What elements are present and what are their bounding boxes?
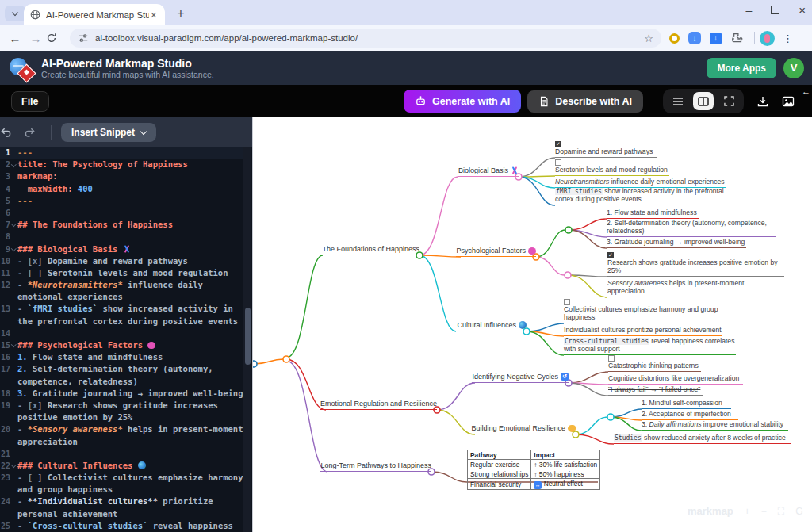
map-leaf-node[interactable]: Neurotransmitters influence daily emotio…	[555, 178, 726, 188]
map-leaf-node[interactable]: ✓Research shows gratitude increases posi…	[607, 252, 784, 277]
map-leaf-node[interactable]: "I always fail" → "I failed once"	[608, 386, 703, 396]
fold-chevron-icon[interactable]	[10, 224, 17, 226]
map-leaf-node[interactable]: Collectivist cultures emphasize harmony …	[564, 299, 736, 323]
map-branch-node[interactable]: Psychological Factors	[456, 247, 536, 257]
code-line[interactable]: 11- [ ] Serotonin levels and mood regula…	[0, 267, 243, 279]
collapse-panel-arrow[interactable]: ←	[802, 86, 810, 96]
split-view-button[interactable]	[693, 92, 714, 110]
extension-download-icon[interactable]: ↓	[688, 32, 701, 44]
map-branch-node[interactable]: The Foundations of Happiness	[322, 245, 419, 255]
code-line[interactable]: 183. Gratitude journaling → improved wel…	[0, 388, 243, 400]
code-line[interactable]: 15### Psychological Factors	[0, 339, 243, 351]
code-line[interactable]: appreciation	[0, 436, 243, 448]
code-line[interactable]: 5---	[0, 195, 243, 207]
fold-chevron-icon[interactable]	[10, 465, 17, 467]
code-line[interactable]: 13- `fMRI studies` show increased activi…	[0, 303, 243, 315]
map-leaf-node[interactable]: Sensory awareness helps in present-momen…	[607, 280, 784, 297]
pathway-impact-table[interactable]: PathwayImpactRegular exercise↑ 30% life …	[467, 450, 600, 490]
map-branch-node[interactable]: Cultural Influences	[457, 321, 527, 331]
checkbox-unchecked-icon[interactable]	[564, 299, 570, 305]
zoom-out-button[interactable]: −	[761, 506, 767, 517]
map-leaf-node[interactable]: 1. Flow state and mindfulness	[607, 209, 699, 219]
map-leaf-node[interactable]: fMRI studies show increased activity in …	[555, 188, 728, 205]
map-branch-node[interactable]: Building Emotional Resilience	[471, 424, 576, 434]
map-leaf-node[interactable]: 3. Gratitude journaling → improved well-…	[607, 239, 746, 248]
window-close-button[interactable]: ×	[799, 3, 806, 17]
address-bar[interactable]: ai-toolbox.visual-paradigm.com/app/ai-po…	[70, 29, 661, 48]
code-line[interactable]: and group happiness	[0, 484, 243, 496]
window-minimize-button[interactable]: –	[745, 4, 752, 17]
code-line[interactable]: 9### Biological Basis	[0, 243, 243, 255]
map-node-circle[interactable]	[253, 361, 257, 367]
code-line[interactable]: emotional experiences	[0, 291, 243, 303]
code-line[interactable]: positive emotion by 25%	[0, 411, 243, 423]
code-line[interactable]: 22### Cultural Influences	[0, 460, 243, 472]
code-line[interactable]: 19- [x] Research shows gratitude increas…	[0, 400, 243, 411]
browser-tab[interactable]: AI-Powered Markmap Studio ×	[24, 4, 165, 25]
map-leaf-node[interactable]: ✓Dopamine and reward pathways	[555, 141, 657, 158]
undo-button[interactable]	[0, 127, 24, 137]
bookmark-star-icon[interactable]: ☆	[644, 33, 653, 44]
map-leaf-node[interactable]: 2. Acceptance of imperfection	[642, 411, 738, 420]
code-line[interactable]: 1---	[0, 147, 243, 159]
code-line[interactable]: 7## The Foundations of Happiness	[0, 219, 243, 231]
map-leaf-node[interactable]: Catastrophic thinking patterns	[608, 355, 701, 372]
code-line[interactable]: 6	[0, 207, 243, 219]
code-line[interactable]: 161. Flow state and mindfulness	[0, 351, 243, 363]
extension-save-icon[interactable]: ↓	[710, 33, 722, 44]
code-line[interactable]: 25- `Cross-cultural studies` reveal happ…	[0, 520, 243, 532]
map-node-circle[interactable]	[283, 356, 289, 362]
map-leaf-node[interactable]: Studies show reduced anxiety after 8 wee…	[614, 434, 791, 444]
zoom-in-button[interactable]: +	[745, 506, 750, 517]
file-menu-button[interactable]: File	[11, 91, 49, 112]
map-leaf-node[interactable]: Cross-cultural studies reveal happiness …	[564, 338, 736, 355]
tab-search-button[interactable]	[5, 6, 25, 21]
code-editor[interactable]: 1---2title: The Psychology of Happiness3…	[0, 147, 243, 532]
browser-menu-icon[interactable]: ⋮	[783, 33, 793, 44]
checkbox-checked-icon[interactable]: ✓	[555, 141, 561, 147]
fold-chevron-icon[interactable]	[10, 344, 17, 346]
code-line[interactable]: personal achievement	[0, 508, 243, 520]
brand-g-button[interactable]: G	[795, 506, 802, 517]
fold-chevron-icon[interactable]	[10, 248, 17, 251]
insert-snippet-button[interactable]: Insert Snippet	[61, 123, 156, 142]
checkbox-unchecked-icon[interactable]	[608, 355, 615, 362]
reload-button[interactable]	[46, 33, 67, 44]
map-leaf-node[interactable]: Cognitive distortions like overgeneraliz…	[608, 375, 743, 385]
back-button[interactable]: ←	[5, 32, 25, 45]
code-line[interactable]: 12- *Neurotransmitters* influence daily	[0, 279, 243, 291]
editor-scrollbar-thumb[interactable]	[245, 308, 251, 365]
map-leaf-node[interactable]: Serotonin levels and mood regulation	[555, 159, 669, 176]
map-branch-node[interactable]: Long-Term Pathways to Happiness	[320, 461, 431, 472]
map-leaf-node[interactable]: 2. Self-determination theory (autonomy, …	[607, 220, 776, 237]
export-image-button[interactable]	[782, 95, 795, 108]
map-leaf-node[interactable]: 3. Daily affirmations improve emotional …	[642, 421, 788, 431]
code-line[interactable]: 20- *Sensory awareness* helps in present…	[0, 423, 243, 435]
code-line[interactable]: 2title: The Psychology of Happiness	[0, 159, 243, 170]
code-line[interactable]: 14	[0, 327, 243, 339]
editor-only-view-button[interactable]	[668, 92, 688, 110]
code-line[interactable]: 24- **Individualist cultures** prioritiz…	[0, 496, 243, 507]
map-node-circle[interactable]	[565, 227, 572, 233]
forward-button[interactable]: →	[25, 32, 46, 45]
extensions-puzzle-icon[interactable]	[730, 32, 743, 44]
map-leaf-node[interactable]: Individualist cultures prioritize person…	[564, 327, 722, 336]
describe-with-ai-button[interactable]: Describe with AI	[527, 90, 643, 113]
map-node-circle[interactable]	[565, 272, 571, 278]
window-maximize-button[interactable]	[771, 6, 779, 14]
user-avatar[interactable]: V	[783, 58, 804, 78]
more-apps-button[interactable]: More Apps	[707, 58, 776, 78]
code-line[interactable]: 10- [x] Dopamine and reward pathways	[0, 255, 243, 267]
code-line[interactable]: 3markmap:	[0, 170, 243, 182]
code-line[interactable]: competence, relatedness)	[0, 376, 243, 388]
mindmap-canvas[interactable]: The Foundations of HappinessBiological B…	[252, 117, 812, 532]
map-leaf-node[interactable]: 1. Mindful self-compassion	[642, 400, 731, 409]
new-tab-button[interactable]: +	[173, 6, 189, 21]
code-line[interactable]: 4 maxWidth: 400	[0, 183, 243, 195]
map-branch-node[interactable]: Identifying Negative Cycles↺	[472, 373, 569, 383]
extension-ring-icon[interactable]	[669, 33, 680, 44]
fit-view-button[interactable]: ⛶	[778, 506, 784, 517]
code-line[interactable]: 21	[0, 448, 243, 460]
generate-with-ai-button[interactable]: Generate with AI	[404, 90, 521, 113]
tab-close-icon[interactable]: ×	[149, 9, 159, 21]
